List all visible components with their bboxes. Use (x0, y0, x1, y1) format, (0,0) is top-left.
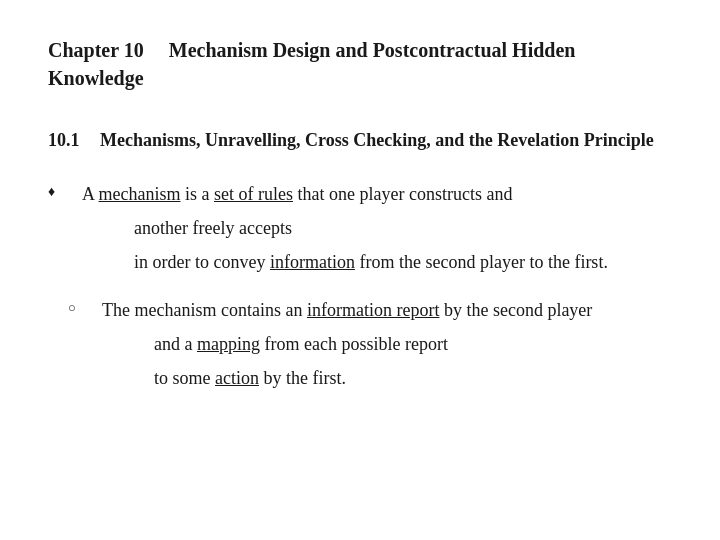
section-title: 10.1 Mechanisms, Unravelling, Cross Chec… (48, 128, 672, 153)
information-underline: information (270, 252, 355, 272)
page: Chapter 10 Mechanism Design and Postcont… (0, 0, 720, 540)
bullet-content: A mechanism is a set of rules that one p… (82, 181, 672, 277)
action-underline: action (215, 368, 259, 388)
diamond-bullet-icon: ♦ (48, 184, 64, 200)
chapter-title: Chapter 10 Mechanism Design and Postcont… (48, 36, 672, 92)
bullet-line-3: in order to convey information from the … (82, 249, 672, 277)
circle-bullet-icon: ○ (68, 300, 84, 316)
main-bullet-list: ♦ A mechanism is a set of rules that one… (48, 181, 672, 277)
list-item: ♦ A mechanism is a set of rules that one… (48, 181, 672, 277)
mapping-underline: mapping (197, 334, 260, 354)
sub-bullet-content: The mechanism contains an information re… (102, 297, 672, 393)
information-report-underline: information report (307, 300, 439, 320)
sub-list-item: ○ The mechanism contains an information … (68, 297, 672, 393)
bullet-line-2: another freely accepts (82, 215, 672, 243)
chapter-number: Chapter 10 (48, 39, 144, 61)
section-title-text: Mechanisms, Unravelling, Cross Checking,… (100, 130, 654, 150)
mechanism-underline: mechanism (99, 184, 181, 204)
set-of-rules-underline: set of rules (214, 184, 293, 204)
sub-bullet-line-1: The mechanism contains an information re… (102, 297, 672, 325)
sub-bullet-block: ○ The mechanism contains an information … (48, 297, 672, 393)
section-number: 10.1 (48, 130, 80, 150)
sub-bullet-line-3: to some action by the first. (102, 365, 672, 393)
sub-bullet-line-2: and a mapping from each possible report (102, 331, 672, 359)
bullet-line-1: A mechanism is a set of rules that one p… (82, 181, 672, 209)
